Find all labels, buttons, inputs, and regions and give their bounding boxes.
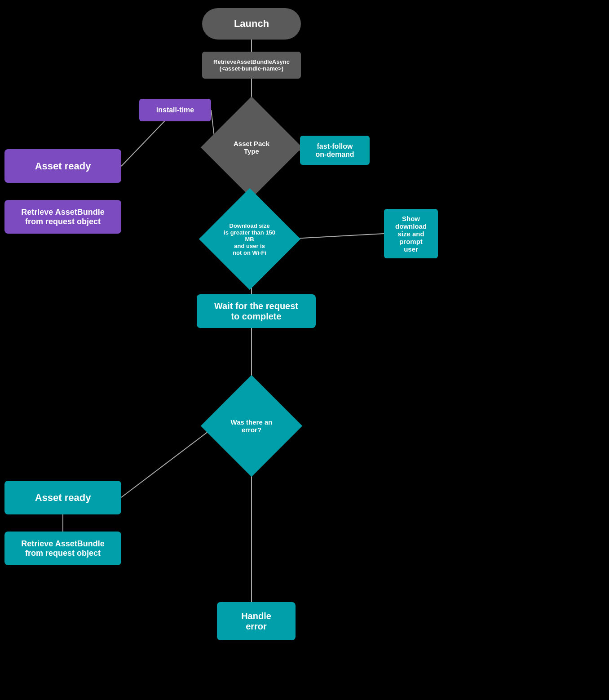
connectors	[0, 0, 609, 700]
asset-pack-type-label: Asset Pack Type	[220, 138, 283, 157]
svg-line-6	[286, 234, 384, 239]
fast-follow-node: fast-follow on-demand	[300, 136, 370, 165]
asset-pack-type-diamond: Asset Pack Type	[201, 97, 302, 198]
flowchart: Launch RetrieveAssetBundleAsync (<asset-…	[0, 0, 609, 700]
svg-line-9	[121, 426, 216, 497]
show-download-node: Show download size and prompt user	[384, 209, 438, 258]
retrieve-bundle-teal-node: Retrieve AssetBundle from request object	[4, 532, 121, 565]
error-diamond: Was there an error?	[201, 375, 302, 477]
asset-ready-teal-node: Asset ready	[4, 481, 121, 514]
install-time-node: install-time	[139, 99, 211, 121]
download-size-diamond: Download size is greater than 150 MB and…	[199, 188, 300, 290]
retrieve-async-node: RetrieveAssetBundleAsync (<asset-bundle-…	[202, 52, 301, 79]
download-size-label: Download size is greater than 150 MB and…	[218, 221, 281, 258]
launch-node: Launch	[202, 8, 301, 40]
handle-error-node: Handle error	[217, 602, 296, 640]
retrieve-bundle-purple-node: Retrieve AssetBundle from request object	[4, 200, 121, 234]
error-label: Was there an error?	[220, 416, 283, 435]
wait-request-node: Wait for the request to complete	[197, 294, 316, 328]
asset-ready-purple-node: Asset ready	[4, 149, 121, 183]
